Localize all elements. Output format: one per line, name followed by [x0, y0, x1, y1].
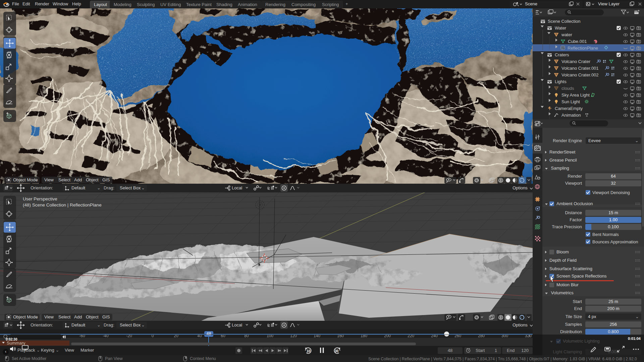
svg-text:Local: Local: [232, 185, 242, 190]
svg-text:Local: Local: [232, 322, 242, 327]
svg-text:10: 10: [307, 349, 311, 353]
svg-text:30: 30: [335, 349, 339, 353]
